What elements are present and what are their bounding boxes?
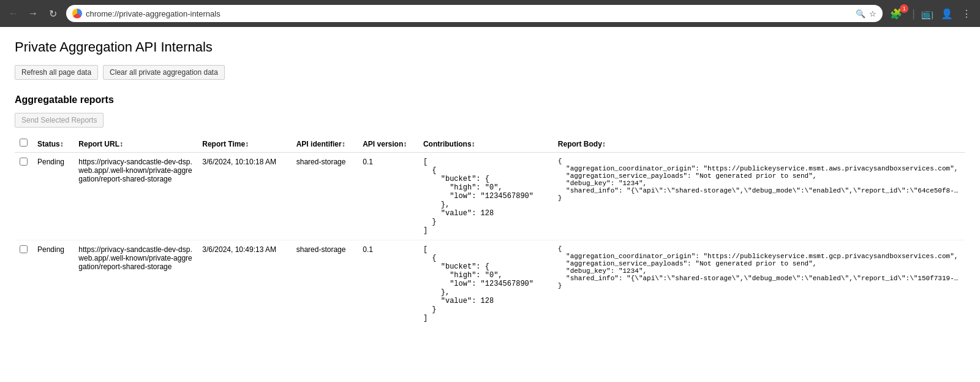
profile-button[interactable]: 👤: [938, 5, 956, 22]
forward-button[interactable]: →: [24, 5, 42, 22]
cell-report-url: https://privacy-sandcastle-dev-dsp.web.a…: [74, 153, 197, 240]
header-checkbox-cell: [15, 135, 32, 153]
action-buttons: Refresh all page data Clear all private …: [15, 65, 965, 80]
header-api-version[interactable]: API version↕: [358, 135, 418, 153]
browser-chrome: ← → ↻ chrome://private-aggregation-inter…: [0, 0, 980, 27]
nav-buttons: ← → ↻: [5, 5, 61, 22]
cell-contributions: [ { "bucket": { "high": "0", "low": "123…: [418, 240, 553, 328]
cell-report-time: 3/6/2024, 10:10:18 AM: [197, 153, 291, 240]
cast-button[interactable]: 📺: [919, 5, 936, 22]
cell-api-identifier: shared-storage: [292, 240, 358, 328]
header-api-identifier[interactable]: API identifier↕: [292, 135, 358, 153]
search-icon: 🔍: [856, 9, 865, 18]
cell-api-version: 0.1: [358, 153, 418, 240]
page-title: Private Aggregation API Internals: [15, 39, 965, 55]
header-contributions[interactable]: Contributions↕: [418, 135, 553, 153]
cell-report-url: https://privacy-sandcastle-dev-dsp.web.a…: [74, 240, 197, 328]
table-row: Pendinghttps://privacy-sandcastle-dev-ds…: [15, 153, 965, 240]
refresh-data-button[interactable]: Refresh all page data: [15, 65, 98, 80]
header-status[interactable]: Status↕: [32, 135, 74, 153]
row-checkbox[interactable]: [20, 158, 28, 166]
table-header-row: Status↕ Report URL↕ Report Time↕ API ide…: [15, 135, 965, 153]
clear-data-button[interactable]: Clear all private aggregation data: [103, 65, 225, 80]
send-reports-button[interactable]: Send Selected Reports: [15, 113, 104, 128]
star-icon: ☆: [869, 9, 876, 18]
cell-contributions: [ { "bucket": { "high": "0", "low": "123…: [418, 153, 553, 240]
address-text: chrome://private-aggregation-internals: [86, 9, 852, 18]
cell-api-version: 0.1: [358, 240, 418, 328]
header-report-body[interactable]: Report Body↕: [553, 135, 965, 153]
reports-table: Status↕ Report URL↕ Report Time↕ API ide…: [15, 135, 965, 327]
separator: |: [912, 7, 915, 20]
page-content: Private Aggregation API Internals Refres…: [0, 27, 980, 340]
cell-status: Pending: [32, 153, 74, 240]
table-row: Pendinghttps://privacy-sandcastle-dev-ds…: [15, 240, 965, 328]
cell-status: Pending: [32, 240, 74, 328]
chrome-icon: [72, 9, 82, 18]
section-title: Aggregatable reports: [15, 94, 965, 105]
browser-actions: 🧩 1 | 📺 👤 ⋮: [888, 5, 975, 22]
cell-report-time: 3/6/2024, 10:49:13 AM: [197, 240, 291, 328]
address-bar[interactable]: chrome://private-aggregation-internals 🔍…: [66, 5, 883, 22]
cell-api-identifier: shared-storage: [292, 153, 358, 240]
select-all-checkbox[interactable]: [20, 139, 28, 147]
header-report-time[interactable]: Report Time↕: [197, 135, 291, 153]
extension-badge: 1: [900, 4, 908, 13]
cell-report-body: { "aggregation_coordinator_origin": "htt…: [553, 153, 965, 240]
back-button[interactable]: ←: [5, 5, 22, 22]
header-report-url[interactable]: Report URL↕: [74, 135, 197, 153]
row-checkbox[interactable]: [20, 245, 28, 253]
menu-button[interactable]: ⋮: [958, 5, 975, 22]
cell-report-body: { "aggregation_coordinator_origin": "htt…: [553, 240, 965, 328]
table-body: Pendinghttps://privacy-sandcastle-dev-ds…: [15, 153, 965, 328]
refresh-button[interactable]: ↻: [44, 5, 61, 22]
